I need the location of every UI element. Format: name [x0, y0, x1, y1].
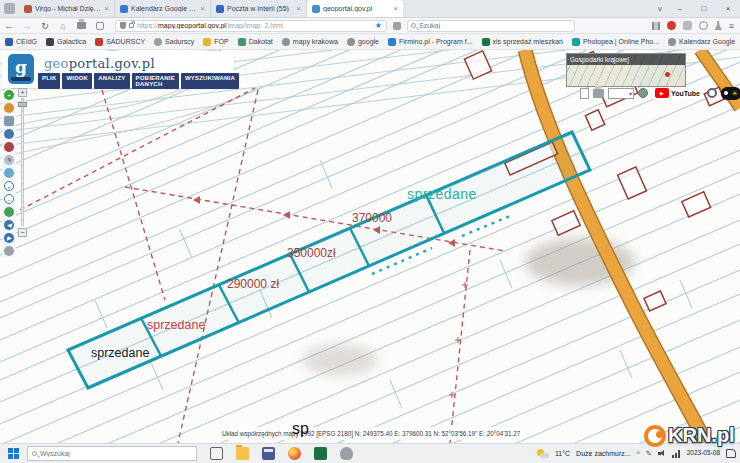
- tab-close-icon[interactable]: ×: [200, 4, 205, 13]
- bookmark-item[interactable]: Sadurscy: [154, 38, 194, 46]
- weather-desc[interactable]: Duże zachmurz...: [576, 450, 630, 457]
- back-icon[interactable]: ←: [0, 21, 18, 31]
- window-minimize-button[interactable]: –: [668, 0, 692, 17]
- bookmark-item[interactable]: FOP: [203, 38, 228, 46]
- bookmark-item[interactable]: CEIdG: [5, 38, 37, 46]
- library-icon[interactable]: [652, 22, 660, 30]
- map-print-icon[interactable]: [593, 89, 604, 98]
- firefox-view-icon[interactable]: [4, 3, 15, 14]
- select-icon[interactable]: [4, 168, 14, 178]
- bookmark-item[interactable]: Firmino.pl - Program f...: [388, 38, 473, 46]
- globe-icon[interactable]: [4, 207, 14, 217]
- list-all-tabs-icon[interactable]: v: [652, 0, 668, 17]
- marker-icon[interactable]: [4, 142, 14, 152]
- addon-icon[interactable]: [715, 21, 722, 30]
- draw-icon[interactable]: ✎: [4, 155, 14, 165]
- search-input[interactable]: [416, 22, 571, 29]
- print-icon[interactable]: [77, 22, 86, 29]
- layers-icon[interactable]: [4, 116, 14, 126]
- tab-calendar[interactable]: Kalendarz Google - Tydzień, w ×: [115, 0, 211, 17]
- menu-plik[interactable]: PLIK: [38, 73, 60, 89]
- bookmark-item[interactable]: Kalendarz Google: [668, 38, 735, 46]
- krn-logo-icon: [644, 425, 666, 447]
- measure-icon[interactable]: [4, 103, 14, 113]
- menu-analizy[interactable]: ANALIZY: [94, 73, 129, 89]
- add-icon[interactable]: +: [4, 90, 14, 100]
- notification-center-icon[interactable]: [726, 449, 736, 458]
- document-icon[interactable]: [580, 88, 589, 99]
- bookmark-item[interactable]: Galactica: [46, 38, 86, 46]
- pen-icon[interactable]: ✎: [646, 450, 652, 458]
- annotation-sold-red: sprzedane: [147, 318, 205, 332]
- map-canvas[interactable]: [0, 50, 740, 443]
- slider-plus-icon[interactable]: +: [18, 88, 27, 97]
- menu-pobieranie-danych[interactable]: POBIERANIE DANYCH: [132, 73, 179, 89]
- geoportal-logo[interactable]: g: [8, 54, 34, 84]
- screenshot-icon[interactable]: [96, 22, 104, 30]
- chevron-down-icon: ▾: [629, 90, 632, 97]
- taskbar-search[interactable]: [27, 446, 197, 461]
- tab-close-icon[interactable]: ×: [393, 4, 398, 13]
- zoom-out-icon[interactable]: −: [4, 194, 14, 204]
- slider-handle[interactable]: [18, 102, 27, 107]
- info-icon[interactable]: [4, 129, 14, 139]
- menu-widok[interactable]: WIDOK: [62, 73, 92, 89]
- clock-date[interactable]: 2023-05-08: [687, 449, 720, 457]
- start-button[interactable]: [8, 448, 19, 459]
- location-pin-icon: [665, 72, 670, 77]
- tab-virgo[interactable]: Virgo - Michał Dzięcioł ×: [19, 0, 115, 17]
- calculator-icon[interactable]: [262, 447, 275, 460]
- adblock-icon[interactable]: [667, 21, 676, 30]
- youtube-badge[interactable]: ▶YouTube: [652, 87, 703, 99]
- bookmark-item[interactable]: google: [347, 38, 379, 46]
- gimp-icon[interactable]: [340, 447, 353, 460]
- volume-icon[interactable]: [658, 450, 666, 457]
- forward-icon[interactable]: →: [18, 21, 36, 31]
- network-icon[interactable]: [672, 450, 681, 458]
- firefox-icon[interactable]: [288, 447, 301, 460]
- zoom-in-icon[interactable]: +: [4, 181, 14, 191]
- pan-left-icon[interactable]: ◀: [4, 220, 14, 230]
- excel-icon[interactable]: [314, 447, 327, 460]
- tracking-shield-icon[interactable]: [120, 22, 126, 29]
- bookmark-item[interactable]: mapy krakowa: [282, 38, 338, 46]
- help-icon[interactable]: [707, 88, 717, 98]
- file-explorer-icon[interactable]: [236, 447, 249, 460]
- task-view-icon[interactable]: [210, 447, 223, 460]
- tab-close-icon[interactable]: ×: [296, 4, 301, 13]
- scale-select[interactable]: ▾: [608, 88, 634, 99]
- bookmark-item[interactable]: Dakotat: [238, 38, 273, 46]
- tab-geoportal-active[interactable]: geoportal.gov.pl ×: [307, 0, 403, 17]
- menu-icon[interactable]: ≡: [729, 21, 734, 31]
- account-icon[interactable]: [699, 21, 708, 30]
- compass-icon[interactable]: [4, 246, 14, 256]
- slider-minus-icon[interactable]: −: [18, 228, 27, 237]
- bookmark-item[interactable]: Photopea | Online Pho...: [572, 38, 659, 46]
- tab-poczta[interactable]: Poczta w Interii (55) ×: [211, 0, 307, 17]
- slider-track[interactable]: [21, 98, 24, 226]
- reload-icon[interactable]: ↻: [36, 21, 54, 31]
- settings-icon[interactable]: [638, 88, 648, 98]
- window-maximize-button[interactable]: □: [692, 0, 716, 17]
- contrast-toggle[interactable]: ☀: [721, 87, 740, 100]
- bookmark-star-icon[interactable]: ★: [375, 21, 382, 30]
- home-icon[interactable]: ⌂: [54, 21, 72, 31]
- weather-icon[interactable]: [537, 449, 549, 459]
- extensions-icon[interactable]: [393, 22, 401, 30]
- bookmark-item[interactable]: xls sprzedaż mieszkań: [482, 38, 563, 46]
- bookmark-item[interactable]: SADURSCY: [95, 38, 145, 46]
- bookmark-favicon: [46, 38, 54, 46]
- search-bar[interactable]: [407, 20, 575, 32]
- pan-right-icon[interactable]: ▶: [4, 233, 14, 243]
- pocket-icon[interactable]: [683, 21, 692, 30]
- weather-temp[interactable]: 11°C: [555, 450, 570, 457]
- tab-close-icon[interactable]: ×: [104, 4, 109, 13]
- window-close-button[interactable]: ×: [716, 0, 740, 17]
- address-bar[interactable]: https://mapy.geoportal.gov.pl/imap/Imgp_…: [115, 20, 387, 32]
- lock-icon[interactable]: [129, 23, 134, 28]
- menu-wyszukiwania[interactable]: WYSZUKIWANIA: [181, 73, 239, 89]
- taskbar-search-input[interactable]: [37, 450, 192, 457]
- overview-inset-map[interactable]: Gospodarki krajowej: [566, 53, 686, 87]
- zoom-slider[interactable]: + −: [18, 88, 27, 238]
- tray-expand-icon[interactable]: ^: [637, 450, 640, 457]
